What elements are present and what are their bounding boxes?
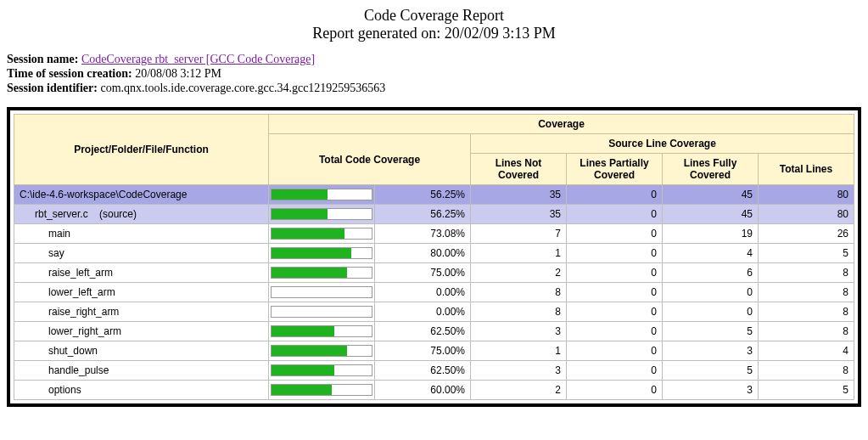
cell-name: shut_down: [14, 341, 269, 361]
col-name: Project/Folder/File/Function: [14, 115, 269, 185]
coverage-table-wrap: Project/Folder/File/Function Coverage To…: [7, 107, 861, 407]
cell-bar: [269, 361, 375, 381]
cell-part: 0: [567, 361, 663, 381]
cell-pct: 73.08%: [375, 224, 471, 244]
cell-total: 8: [759, 302, 854, 322]
cell-not: 1: [471, 244, 567, 263]
col-not-covered: Lines Not Covered: [471, 154, 567, 185]
cell-full: 3: [663, 381, 759, 400]
report-title: Code Coverage Report: [7, 7, 861, 25]
coverage-bar-fill: [272, 228, 344, 239]
cell-name: lower_left_arm: [14, 283, 269, 302]
cell-full: 6: [663, 263, 759, 283]
table-row: raise_right_arm0.00%8008: [14, 302, 854, 322]
cell-pct: 56.25%: [375, 185, 471, 205]
cell-not: 8: [471, 302, 567, 322]
coverage-bar: [271, 228, 372, 240]
cell-full: 5: [663, 361, 759, 381]
cell-name: raise_left_arm: [14, 263, 269, 283]
cell-name: say: [14, 244, 269, 263]
cell-not: 35: [471, 185, 567, 205]
session-creation-row: Time of session creation: 20/08/08 3:12 …: [7, 67, 861, 81]
cell-part: 0: [567, 224, 663, 244]
cell-total: 80: [759, 205, 854, 224]
cell-full: 3: [663, 341, 759, 361]
cell-part: 0: [567, 263, 663, 283]
cell-part: 0: [567, 244, 663, 263]
cell-pct: 80.00%: [375, 244, 471, 263]
cell-bar: [269, 302, 375, 322]
cell-name: C:\ide-4.6-workspace\CodeCoverage: [14, 185, 269, 205]
table-row: lower_right_arm62.50%3058: [14, 322, 854, 341]
cell-total: 8: [759, 361, 854, 381]
cell-bar: [269, 185, 375, 205]
coverage-bar: [271, 247, 372, 259]
coverage-bar: [271, 306, 372, 318]
cell-bar: [269, 341, 375, 361]
session-identifier-row: Session identifier: com.qnx.tools.ide.co…: [7, 82, 861, 95]
cell-part: 0: [567, 185, 663, 205]
cell-total: 8: [759, 263, 854, 283]
cell-bar: [269, 244, 375, 263]
cell-not: 2: [471, 381, 567, 400]
cell-full: 45: [663, 185, 759, 205]
cell-full: 4: [663, 244, 759, 263]
table-row: rbt_server.c (source)56.25%3504580: [14, 205, 854, 224]
col-total: Total Lines: [759, 154, 854, 185]
coverage-table: Project/Folder/File/Function Coverage To…: [14, 114, 854, 400]
table-row: options60.00%2035: [14, 381, 854, 400]
coverage-bar-fill: [272, 209, 328, 219]
cell-bar: [269, 205, 375, 224]
coverage-bar: [271, 208, 372, 220]
col-source-line: Source Line Coverage: [471, 134, 854, 154]
cell-name: handle_pulse: [14, 361, 269, 381]
report-subtitle: Report generated on: 20/02/09 3:13 PM: [7, 25, 861, 42]
coverage-bar-fill: [272, 248, 351, 258]
cell-name: lower_right_arm: [14, 322, 269, 341]
cell-part: 0: [567, 302, 663, 322]
coverage-bar-fill: [272, 346, 347, 356]
cell-full: 0: [663, 283, 759, 302]
cell-total: 8: [759, 283, 854, 302]
cell-full: 45: [663, 205, 759, 224]
cell-pct: 62.50%: [375, 322, 471, 341]
cell-total: 5: [759, 244, 854, 263]
coverage-bar-fill: [272, 365, 334, 375]
cell-not: 8: [471, 283, 567, 302]
table-row: say80.00%1045: [14, 244, 854, 263]
col-coverage: Coverage: [269, 115, 854, 134]
cell-full: 19: [663, 224, 759, 244]
table-row: raise_left_arm75.00%2068: [14, 263, 854, 283]
cell-total: 8: [759, 322, 854, 341]
cell-not: 2: [471, 263, 567, 283]
cell-bar: [269, 283, 375, 302]
cell-part: 0: [567, 341, 663, 361]
cell-pct: 62.50%: [375, 361, 471, 381]
col-partial: Lines Partially Covered: [567, 154, 663, 185]
cell-part: 0: [567, 322, 663, 341]
cell-pct: 0.00%: [375, 283, 471, 302]
coverage-bar-fill: [272, 385, 332, 395]
table-row: C:\ide-4.6-workspace\CodeCoverage56.25%3…: [14, 185, 854, 205]
coverage-bar-fill: [272, 326, 334, 336]
cell-not: 3: [471, 322, 567, 341]
cell-bar: [269, 263, 375, 283]
cell-name: raise_right_arm: [14, 302, 269, 322]
cell-full: 0: [663, 302, 759, 322]
cell-part: 0: [567, 381, 663, 400]
session-name-row: Session name: CodeCoverage rbt_server [G…: [7, 53, 861, 66]
cell-bar: [269, 322, 375, 341]
coverage-bar: [271, 364, 372, 376]
col-full: Lines Fully Covered: [663, 154, 759, 185]
cell-total: 26: [759, 224, 854, 244]
cell-not: 7: [471, 224, 567, 244]
cell-bar: [269, 381, 375, 400]
cell-part: 0: [567, 205, 663, 224]
cell-pct: 0.00%: [375, 302, 471, 322]
cell-pct: 75.00%: [375, 263, 471, 283]
session-name-link[interactable]: CodeCoverage rbt_server [GCC Code Covera…: [81, 53, 315, 65]
coverage-bar: [271, 189, 372, 200]
coverage-bar: [271, 325, 372, 337]
cell-pct: 60.00%: [375, 381, 471, 400]
session-meta: Session name: CodeCoverage rbt_server [G…: [7, 53, 861, 95]
